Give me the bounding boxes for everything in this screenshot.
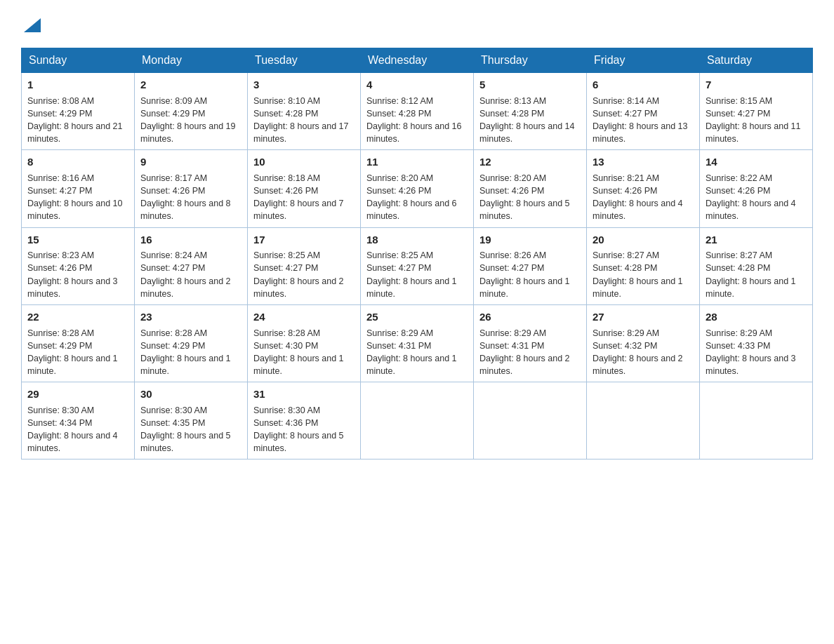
day-info: Sunrise: 8:29 AMSunset: 4:31 PMDaylight:… [366,327,468,378]
day-info: Sunrise: 8:09 AMSunset: 4:29 PMDaylight:… [140,95,241,146]
calendar-day-cell: 25 Sunrise: 8:29 AMSunset: 4:31 PMDaylig… [361,304,474,382]
calendar-day-cell: 13 Sunrise: 8:21 AMSunset: 4:26 PMDaylig… [587,150,700,227]
calendar-day-cell: 30 Sunrise: 8:30 AMSunset: 4:35 PMDaylig… [135,382,248,459]
day-info: Sunrise: 8:25 AMSunset: 4:27 PMDaylight:… [253,249,355,300]
calendar-day-cell: 10 Sunrise: 8:18 AMSunset: 4:26 PMDaylig… [248,150,361,227]
calendar-day-cell [587,382,700,459]
day-info: Sunrise: 8:28 AMSunset: 4:29 PMDaylight:… [27,327,128,378]
day-number: 11 [366,154,468,170]
day-info: Sunrise: 8:27 AMSunset: 4:28 PMDaylight:… [593,249,694,300]
calendar-day-cell [700,382,813,459]
day-info: Sunrise: 8:28 AMSunset: 4:29 PMDaylight:… [140,327,241,378]
day-number: 10 [253,154,355,170]
day-info: Sunrise: 8:22 AMSunset: 4:26 PMDaylight:… [706,172,807,223]
day-of-week-header: Sunday [22,48,135,73]
calendar-day-cell: 9 Sunrise: 8:17 AMSunset: 4:26 PMDayligh… [135,150,248,227]
day-info: Sunrise: 8:27 AMSunset: 4:28 PMDaylight:… [706,249,807,300]
calendar-table: SundayMondayTuesdayWednesdayThursdayFrid… [21,48,813,459]
day-number: 16 [140,232,241,248]
day-number: 4 [366,77,468,93]
day-info: Sunrise: 8:29 AMSunset: 4:31 PMDaylight:… [479,327,581,378]
calendar-day-cell [361,382,474,459]
day-number: 18 [366,232,468,248]
calendar-day-cell: 29 Sunrise: 8:30 AMSunset: 4:34 PMDaylig… [22,382,135,459]
day-number: 1 [27,77,128,93]
day-info: Sunrise: 8:20 AMSunset: 4:26 PMDaylight:… [479,172,581,223]
day-info: Sunrise: 8:26 AMSunset: 4:27 PMDaylight:… [479,249,581,300]
day-number: 21 [706,232,807,248]
day-number: 3 [253,77,355,93]
day-info: Sunrise: 8:18 AMSunset: 4:26 PMDaylight:… [253,172,355,223]
day-number: 2 [140,77,241,93]
page-header [21,14,813,34]
calendar-week-row: 8 Sunrise: 8:16 AMSunset: 4:27 PMDayligh… [22,150,813,227]
day-info: Sunrise: 8:30 AMSunset: 4:35 PMDaylight:… [140,404,241,455]
calendar-day-cell: 18 Sunrise: 8:25 AMSunset: 4:27 PMDaylig… [361,227,474,304]
day-info: Sunrise: 8:24 AMSunset: 4:27 PMDaylight:… [140,249,241,300]
calendar-day-cell: 11 Sunrise: 8:20 AMSunset: 4:26 PMDaylig… [361,150,474,227]
day-number: 5 [479,77,581,93]
calendar-day-cell: 5 Sunrise: 8:13 AMSunset: 4:28 PMDayligh… [474,73,587,150]
day-number: 13 [593,154,694,170]
day-info: Sunrise: 8:29 AMSunset: 4:33 PMDaylight:… [706,327,807,378]
day-info: Sunrise: 8:13 AMSunset: 4:28 PMDaylight:… [479,95,581,146]
calendar-day-cell: 2 Sunrise: 8:09 AMSunset: 4:29 PMDayligh… [135,73,248,150]
day-number: 8 [27,154,128,170]
day-of-week-header: Tuesday [248,48,361,73]
day-info: Sunrise: 8:25 AMSunset: 4:27 PMDaylight:… [366,249,468,300]
calendar-day-cell: 8 Sunrise: 8:16 AMSunset: 4:27 PMDayligh… [22,150,135,227]
day-info: Sunrise: 8:30 AMSunset: 4:36 PMDaylight:… [253,404,355,455]
day-of-week-header: Monday [135,48,248,73]
calendar-week-row: 29 Sunrise: 8:30 AMSunset: 4:34 PMDaylig… [22,382,813,459]
calendar-day-cell: 15 Sunrise: 8:23 AMSunset: 4:26 PMDaylig… [22,227,135,304]
day-of-week-header: Wednesday [361,48,474,73]
calendar-day-cell: 4 Sunrise: 8:12 AMSunset: 4:28 PMDayligh… [361,73,474,150]
calendar-week-row: 1 Sunrise: 8:08 AMSunset: 4:29 PMDayligh… [22,73,813,150]
day-number: 17 [253,232,355,248]
day-number: 19 [479,232,581,248]
calendar-day-cell: 3 Sunrise: 8:10 AMSunset: 4:28 PMDayligh… [248,73,361,150]
day-number: 20 [593,232,694,248]
day-of-week-header: Saturday [700,48,813,73]
day-number: 30 [140,387,241,402]
day-info: Sunrise: 8:30 AMSunset: 4:34 PMDaylight:… [27,404,128,455]
day-number: 28 [706,309,807,325]
calendar-day-cell: 31 Sunrise: 8:30 AMSunset: 4:36 PMDaylig… [248,382,361,459]
day-number: 24 [253,309,355,325]
day-number: 15 [27,232,128,248]
calendar-day-cell: 26 Sunrise: 8:29 AMSunset: 4:31 PMDaylig… [474,304,587,382]
day-number: 31 [253,387,355,402]
calendar-header-row: SundayMondayTuesdayWednesdayThursdayFrid… [22,48,813,73]
day-number: 27 [593,309,694,325]
day-info: Sunrise: 8:08 AMSunset: 4:29 PMDaylight:… [27,95,128,146]
calendar-day-cell [474,382,587,459]
day-of-week-header: Friday [587,48,700,73]
day-number: 14 [706,154,807,170]
day-of-week-header: Thursday [474,48,587,73]
day-number: 12 [479,154,581,170]
logo-icon [22,15,42,34]
day-info: Sunrise: 8:23 AMSunset: 4:26 PMDaylight:… [27,249,128,300]
day-number: 9 [140,154,241,170]
day-info: Sunrise: 8:14 AMSunset: 4:27 PMDaylight:… [593,95,694,146]
calendar-day-cell: 7 Sunrise: 8:15 AMSunset: 4:27 PMDayligh… [700,73,813,150]
day-number: 29 [27,387,128,402]
calendar-day-cell: 14 Sunrise: 8:22 AMSunset: 4:26 PMDaylig… [700,150,813,227]
calendar-day-cell: 27 Sunrise: 8:29 AMSunset: 4:32 PMDaylig… [587,304,700,382]
calendar-day-cell: 21 Sunrise: 8:27 AMSunset: 4:28 PMDaylig… [700,227,813,304]
day-info: Sunrise: 8:16 AMSunset: 4:27 PMDaylight:… [27,172,128,223]
calendar-day-cell: 24 Sunrise: 8:28 AMSunset: 4:30 PMDaylig… [248,304,361,382]
day-info: Sunrise: 8:28 AMSunset: 4:30 PMDaylight:… [253,327,355,378]
calendar-day-cell: 12 Sunrise: 8:20 AMSunset: 4:26 PMDaylig… [474,150,587,227]
day-info: Sunrise: 8:10 AMSunset: 4:28 PMDaylight:… [253,95,355,146]
calendar-week-row: 22 Sunrise: 8:28 AMSunset: 4:29 PMDaylig… [22,304,813,382]
calendar-day-cell: 23 Sunrise: 8:28 AMSunset: 4:29 PMDaylig… [135,304,248,382]
calendar-day-cell: 22 Sunrise: 8:28 AMSunset: 4:29 PMDaylig… [22,304,135,382]
calendar-day-cell: 19 Sunrise: 8:26 AMSunset: 4:27 PMDaylig… [474,227,587,304]
calendar-day-cell: 28 Sunrise: 8:29 AMSunset: 4:33 PMDaylig… [700,304,813,382]
day-info: Sunrise: 8:29 AMSunset: 4:32 PMDaylight:… [593,327,694,378]
calendar-day-cell: 6 Sunrise: 8:14 AMSunset: 4:27 PMDayligh… [587,73,700,150]
calendar-day-cell: 1 Sunrise: 8:08 AMSunset: 4:29 PMDayligh… [22,73,135,150]
day-info: Sunrise: 8:21 AMSunset: 4:26 PMDaylight:… [593,172,694,223]
calendar-day-cell: 20 Sunrise: 8:27 AMSunset: 4:28 PMDaylig… [587,227,700,304]
